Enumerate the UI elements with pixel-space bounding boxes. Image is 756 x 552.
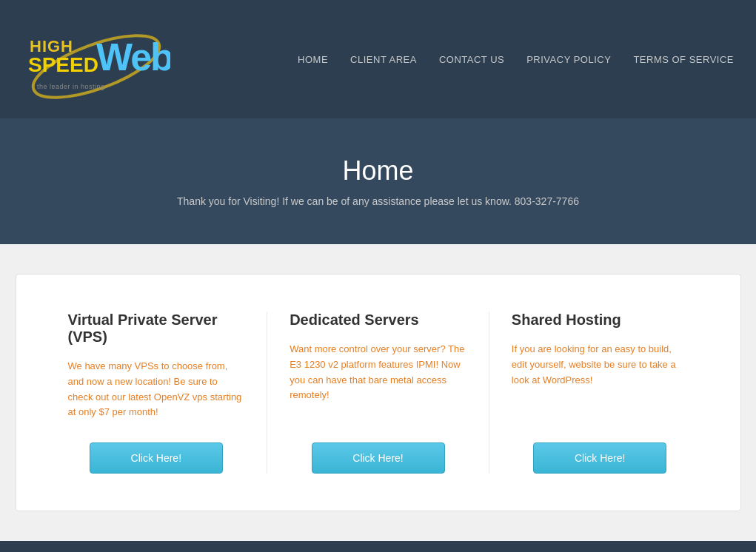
nav-home[interactable]: HOME [298,54,328,65]
card-shared: Shared Hosting If you are looking for an… [489,312,711,474]
card-shared-button[interactable]: Click Here! [533,442,666,474]
nav-contact-us[interactable]: CONTACT US [439,54,504,65]
cards-container: Virtual Private Server (VPS) We have man… [16,274,741,511]
main-content: Virtual Private Server (VPS) We have man… [0,244,756,541]
card-vps-title: Virtual Private Server (VPS) [68,312,245,346]
card-vps-description: We have many VPSs to choose from, and no… [68,359,245,420]
hero-subtitle: Thank you for Visiting! If we can be of … [15,195,741,207]
hero-title: Home [15,155,741,186]
hero-banner: Home Thank you for Visiting! If we can b… [0,118,756,244]
card-dedicated: Dedicated Servers Want more control over… [267,312,489,474]
main-nav: HOME CLIENT AREA CONTACT US PRIVACY POLI… [298,54,734,65]
card-dedicated-description: Want more control over your server? The … [290,342,466,420]
card-dedicated-button[interactable]: Click Here! [312,442,445,474]
card-shared-description: If you are looking for an easy to build,… [512,342,689,420]
site-logo: HIGH SPEED Web the leader in hosting [22,11,170,107]
nav-terms-of-service[interactable]: TERMS OF SERVICE [633,54,734,65]
svg-text:the leader in hosting: the leader in hosting [37,83,105,90]
site-footer [0,541,756,552]
card-dedicated-title: Dedicated Servers [290,312,466,329]
card-shared-title: Shared Hosting [512,312,689,329]
card-vps: Virtual Private Server (VPS) We have man… [46,312,268,474]
logo-area: HIGH SPEED Web the leader in hosting [22,11,170,107]
svg-text:SPEED: SPEED [28,53,98,76]
nav-privacy-policy[interactable]: PRIVACY POLICY [526,54,611,65]
site-header: HIGH SPEED Web the leader in hosting HOM… [0,0,756,118]
card-vps-button[interactable]: Click Here! [90,442,223,474]
nav-client-area[interactable]: CLIENT AREA [350,54,417,65]
svg-text:Web: Web [96,36,170,78]
